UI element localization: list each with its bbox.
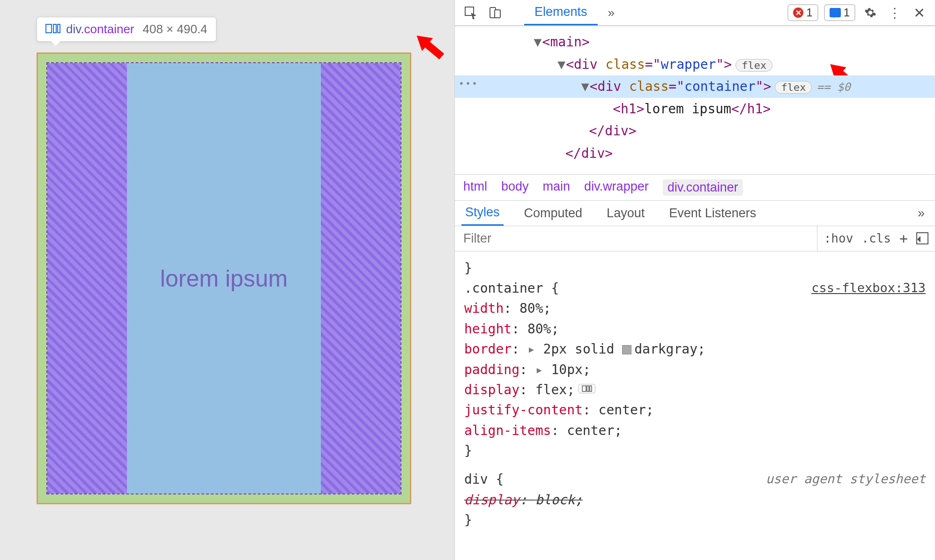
error-count: 1 bbox=[806, 6, 812, 19]
subtab-styles[interactable]: Styles bbox=[461, 201, 504, 226]
flex-badge[interactable]: flex bbox=[735, 59, 772, 72]
more-menu-icon[interactable]: ⋮ bbox=[885, 3, 904, 22]
svg-rect-1 bbox=[53, 24, 56, 33]
tab-elements[interactable]: Elements bbox=[524, 0, 598, 25]
css-property[interactable]: height bbox=[464, 321, 512, 337]
dom-node[interactable]: ▼<div class="wrapper">flex bbox=[455, 53, 935, 76]
css-value[interactable]: darkgray bbox=[634, 341, 698, 357]
dom-node[interactable]: <h1>lorem ipsum</h1> bbox=[455, 98, 935, 120]
crumb[interactable]: div.wrapper bbox=[584, 179, 649, 196]
flex-editor-icon[interactable] bbox=[579, 384, 595, 393]
rendered-page-preview: div.container 408 × 490.4 lorem ipsum bbox=[0, 0, 454, 560]
devtools-panel: Elements » ✕ 1 1 ⋮ ✕ ▼<main> ▼<div class… bbox=[454, 0, 935, 560]
preview-heading: lorem ipsum bbox=[160, 265, 288, 292]
error-icon: ✕ bbox=[793, 7, 803, 18]
crumb[interactable]: main bbox=[543, 179, 571, 196]
subtab-layout[interactable]: Layout bbox=[603, 201, 648, 226]
content-box-overlay: lorem ipsum bbox=[127, 63, 321, 494]
dom-node[interactable]: </div> bbox=[455, 120, 935, 142]
css-property[interactable]: width bbox=[464, 301, 504, 316]
css-property[interactable]: justify-content bbox=[464, 402, 583, 418]
rule-close: } bbox=[464, 512, 472, 528]
css-value[interactable]: 10px bbox=[551, 362, 582, 377]
styles-filter-bar: :hov .cls + bbox=[455, 226, 935, 251]
svg-rect-10 bbox=[590, 386, 592, 391]
new-style-rule-button[interactable]: + bbox=[899, 230, 908, 247]
devtools-toolbar: Elements » ✕ 1 1 ⋮ ✕ bbox=[455, 0, 935, 26]
dom-tree[interactable]: ▼<main> ▼<div class="wrapper">flex ▼<div… bbox=[455, 26, 935, 174]
rule-source-link[interactable]: css-flexbox:313 bbox=[811, 278, 926, 298]
dom-node[interactable]: ▼<main> bbox=[455, 31, 935, 53]
subtab-computed[interactable]: Computed bbox=[520, 201, 586, 226]
css-value[interactable]: center bbox=[567, 423, 614, 438]
color-swatch-icon[interactable] bbox=[622, 345, 631, 354]
css-property[interactable]: display bbox=[464, 382, 519, 398]
css-property-overridden[interactable]: display bbox=[464, 492, 519, 508]
dom-node-selected[interactable]: ▼<div class="container">flex== $0 bbox=[455, 75, 935, 98]
inspector-tooltip: div.container 408 × 490.4 bbox=[37, 17, 216, 42]
rule-selector[interactable]: div { bbox=[464, 472, 504, 487]
css-property[interactable]: border bbox=[464, 341, 512, 357]
flex-gap-overlay bbox=[321, 63, 401, 494]
crumb-active[interactable]: div.container bbox=[663, 179, 743, 196]
tooltip-element-tag: div bbox=[66, 22, 81, 36]
css-value[interactable]: 80% bbox=[527, 321, 551, 337]
message-icon bbox=[830, 8, 841, 17]
css-value[interactable]: flex bbox=[535, 382, 567, 398]
device-toolbar-icon[interactable] bbox=[486, 3, 505, 22]
messages-badge[interactable]: 1 bbox=[824, 4, 855, 21]
error-badge[interactable]: ✕ 1 bbox=[787, 4, 818, 21]
tabs-overflow-icon[interactable]: » bbox=[603, 6, 619, 20]
tooltip-dimensions: 408 × 490.4 bbox=[143, 22, 208, 37]
rule-selector[interactable]: .container { bbox=[464, 280, 559, 296]
rule-source-ua: user agent stylesheet bbox=[766, 469, 926, 489]
styles-subtabs: Styles Computed Layout Event Listeners » bbox=[455, 201, 935, 226]
css-value-overridden[interactable]: block bbox=[535, 492, 575, 508]
flex-badge[interactable]: flex bbox=[775, 81, 812, 94]
css-property[interactable]: padding bbox=[464, 362, 519, 377]
svg-rect-0 bbox=[46, 24, 52, 33]
tooltip-element-class: .container bbox=[81, 22, 134, 36]
highlighted-element-box: lorem ipsum bbox=[37, 52, 411, 504]
css-rule[interactable]: user agent stylesheet div { display: blo… bbox=[464, 469, 926, 530]
inspect-element-icon[interactable] bbox=[461, 3, 480, 22]
breadcrumb[interactable]: html body main div.wrapper div.container bbox=[455, 174, 935, 201]
rule-fragment: } bbox=[464, 258, 926, 278]
subtab-event-listeners[interactable]: Event Listeners bbox=[665, 201, 760, 226]
console-selector: == $0 bbox=[816, 81, 850, 94]
close-devtools-icon[interactable]: ✕ bbox=[910, 3, 928, 22]
toggle-classes-button[interactable]: .cls bbox=[861, 231, 891, 245]
rule-close: } bbox=[464, 443, 472, 458]
subtabs-overflow-icon[interactable]: » bbox=[918, 206, 928, 221]
settings-icon[interactable] bbox=[861, 3, 880, 22]
css-value[interactable]: center bbox=[599, 402, 646, 418]
flex-gap-overlay bbox=[47, 63, 127, 494]
svg-rect-9 bbox=[587, 386, 589, 391]
toggle-hover-button[interactable]: :hov bbox=[824, 231, 853, 245]
crumb[interactable]: body bbox=[501, 179, 529, 196]
flex-layout-icon bbox=[45, 22, 60, 37]
css-rule[interactable]: css-flexbox:313 .container { width: 80%;… bbox=[464, 278, 926, 461]
message-count: 1 bbox=[844, 6, 850, 19]
dom-node[interactable]: </div> bbox=[455, 142, 935, 165]
css-value[interactable]: 2px solid bbox=[543, 341, 615, 357]
css-value[interactable]: 80% bbox=[519, 301, 543, 316]
styles-rules[interactable]: } css-flexbox:313 .container { width: 80… bbox=[455, 251, 935, 560]
css-property[interactable]: align-items bbox=[464, 423, 551, 438]
styles-filter-input[interactable] bbox=[455, 231, 817, 246]
svg-rect-2 bbox=[58, 24, 60, 33]
crumb[interactable]: html bbox=[463, 179, 487, 196]
svg-rect-7 bbox=[495, 10, 500, 18]
svg-rect-8 bbox=[582, 386, 586, 391]
computed-sidebar-toggle-icon[interactable] bbox=[916, 232, 928, 244]
